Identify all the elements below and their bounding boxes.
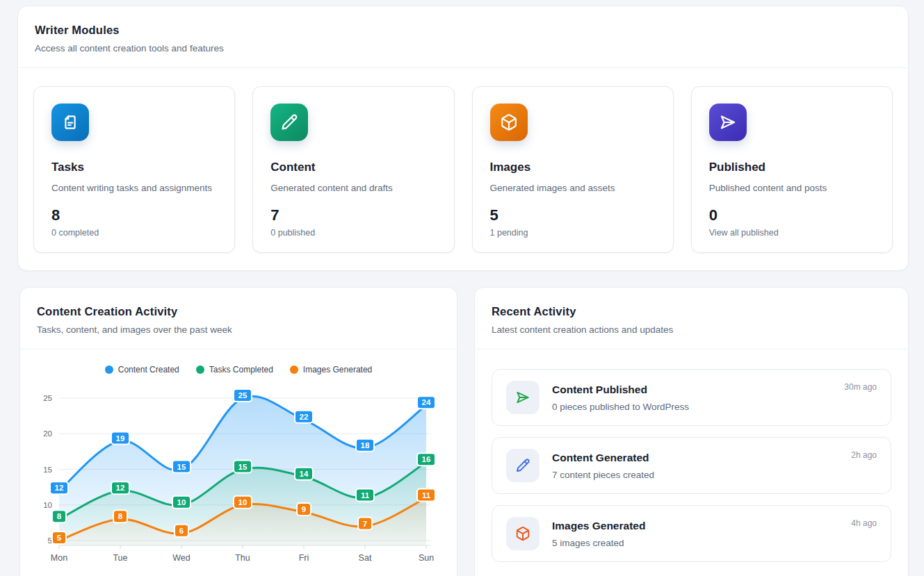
x-tick-label: Fri	[299, 553, 309, 563]
activity-description: 0 pieces published to WordPress	[552, 402, 832, 412]
module-card-count: 8	[51, 206, 217, 224]
legend-dot	[196, 365, 204, 374]
data-label-value: 18	[361, 441, 370, 450]
data-label-value: 16	[422, 455, 431, 463]
data-label-value: 19	[116, 434, 125, 443]
x-tick-label: Wed	[172, 553, 191, 563]
legend-label: Tasks Completed	[209, 365, 273, 375]
module-card-content[interactable]: Content Generated content and drafts 7 0…	[252, 86, 454, 253]
module-cards-row: Tasks Content writing tasks and assignme…	[18, 68, 908, 271]
activity-list: Content Published 0 pieces published to …	[475, 349, 908, 576]
chart-legend: Content CreatedTasks CompletedImages Gen…	[20, 365, 457, 375]
module-card-title: Images	[490, 161, 656, 174]
module-card-count: 7	[270, 206, 436, 224]
activity-item[interactable]: Content Published 0 pieces published to …	[492, 369, 891, 426]
recent-activity-title: Recent Activity	[492, 305, 891, 318]
file-icon	[61, 113, 79, 131]
x-tick-label: Sat	[359, 553, 372, 563]
module-card-description: Published content and posts	[709, 183, 875, 193]
module-card-sublabel[interactable]: View all published	[709, 228, 875, 238]
data-label-value: 8	[57, 512, 62, 520]
y-tick-label: 20	[43, 429, 52, 438]
send-icon	[515, 390, 530, 405]
data-label-value: 8	[118, 512, 123, 520]
legend-item-images-generated[interactable]: Images Generated	[290, 365, 372, 375]
module-card-description: Generated images and assets	[490, 183, 656, 193]
module-card-description: Content writing tasks and assignments	[51, 183, 217, 193]
module-card-description: Generated content and drafts	[270, 183, 436, 193]
x-tick-label: Mon	[51, 553, 67, 563]
recent-activity-panel: Recent Activity Latest content creation …	[474, 287, 909, 576]
pencil-icon	[515, 458, 530, 473]
cube-icon	[515, 526, 530, 541]
data-label-value: 22	[300, 413, 309, 421]
data-label-value: 9	[302, 505, 306, 513]
recent-activity-subtitle: Latest content creation actions and upda…	[492, 324, 891, 335]
module-icon-tile	[51, 104, 89, 141]
activity-item[interactable]: Images Generated 5 images created 4h ago	[492, 505, 891, 562]
data-label-value: 15	[238, 463, 248, 471]
data-label-value: 15	[177, 463, 186, 471]
activity-body: Content Generated 7 content pieces creat…	[552, 452, 838, 480]
module-card-sublabel[interactable]: 0 published	[270, 228, 436, 238]
activity-item[interactable]: Content Generated 7 content pieces creat…	[492, 437, 891, 494]
recent-activity-header: Recent Activity Latest content creation …	[475, 288, 908, 349]
data-label-value: 6	[179, 527, 184, 535]
module-icon-tile	[709, 104, 747, 141]
module-card-images[interactable]: Images Generated images and assets 5 1 p…	[472, 86, 674, 253]
legend-item-tasks-completed[interactable]: Tasks Completed	[196, 365, 273, 375]
cube-icon	[500, 113, 518, 131]
y-tick-label: 10	[43, 501, 52, 509]
module-card-tasks[interactable]: Tasks Content writing tasks and assignme…	[33, 86, 235, 253]
activity-title: Content Published	[552, 384, 832, 396]
writer-modules-panel: Writer Modules Access all content creati…	[17, 6, 909, 271]
activity-icon-tile	[506, 381, 540, 414]
activity-icon-tile	[506, 517, 540, 550]
module-icon-tile	[490, 104, 528, 141]
content-creation-activity-panel: Content Creation Activity Tasks, content…	[19, 287, 457, 576]
data-label-value: 11	[361, 491, 370, 500]
data-label-value: 24	[422, 398, 431, 406]
legend-label: Content Created	[118, 365, 179, 375]
data-label-value: 10	[177, 498, 186, 507]
data-label-value: 12	[55, 484, 64, 492]
writer-modules-subtitle: Access all content creation tools and fe…	[35, 43, 891, 54]
data-label-value: 12	[116, 484, 125, 492]
module-card-title: Content	[270, 161, 436, 174]
module-icon-tile	[270, 104, 308, 141]
chart-title: Content Creation Activity	[37, 305, 440, 318]
activity-description: 7 content pieces created	[552, 470, 838, 480]
activity-description: 5 images created	[552, 538, 838, 548]
chart-subtitle: Tasks, content, and images over the past…	[37, 324, 440, 335]
module-card-title: Tasks	[51, 161, 217, 174]
chart-header: Content Creation Activity Tasks, content…	[20, 288, 457, 349]
y-tick-label: 25	[43, 394, 52, 402]
data-label-value: 10	[238, 498, 248, 507]
module-card-count: 5	[490, 206, 656, 224]
legend-item-content-created[interactable]: Content Created	[105, 365, 179, 375]
activity-title: Images Generated	[552, 520, 838, 532]
module-card-sublabel[interactable]: 1 pending	[490, 228, 656, 238]
activity-title: Content Generated	[552, 452, 838, 464]
y-tick-label: 15	[43, 466, 52, 474]
send-icon	[719, 113, 737, 131]
activity-line-chart: 252015105MonTueWedThuFriSatSun1219152522…	[20, 379, 458, 576]
x-tick-label: Tue	[113, 553, 127, 563]
writer-modules-header: Writer Modules Access all content creati…	[18, 6, 908, 68]
activity-timestamp: 2h ago	[851, 450, 877, 460]
data-label-value: 5	[57, 534, 62, 542]
x-tick-label: Sun	[419, 553, 434, 563]
x-tick-label: Thu	[235, 553, 250, 563]
data-label-value: 11	[422, 491, 431, 500]
module-card-published[interactable]: Published Published content and posts 0 …	[691, 86, 893, 253]
activity-timestamp: 30m ago	[844, 382, 877, 392]
data-label-value: 14	[300, 470, 309, 478]
legend-dot	[290, 365, 298, 374]
activity-body: Content Published 0 pieces published to …	[552, 384, 832, 412]
module-card-title: Published	[709, 161, 875, 174]
writer-modules-title: Writer Modules	[35, 24, 891, 37]
module-card-sublabel[interactable]: 0 completed	[51, 228, 217, 238]
module-card-count: 0	[709, 206, 875, 224]
data-label-value: 7	[363, 520, 367, 528]
activity-body: Images Generated 5 images created	[552, 520, 838, 548]
